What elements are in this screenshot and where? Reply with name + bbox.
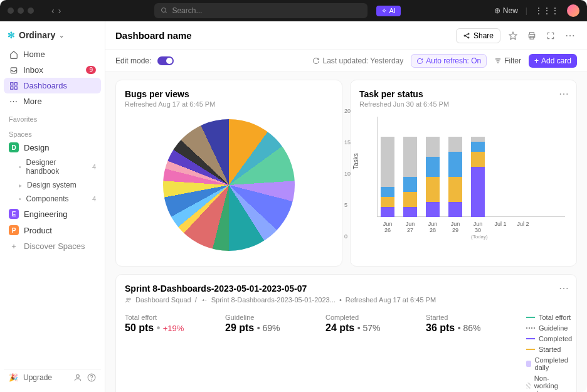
card-title: Sprint 8-Dashboards-2023-05-01-2023-05-0… (125, 283, 568, 294)
home-icon (9, 50, 18, 59)
space-badge: P (9, 225, 19, 235)
favorites-label: Favorites (4, 109, 101, 124)
last-updated: Last updated: Yesterday (312, 56, 403, 65)
inbox-icon (9, 65, 18, 75)
window-controls (8, 8, 34, 14)
inbox-badge: 9 (86, 66, 96, 74)
more-icon: ⋯ (9, 97, 18, 106)
user-icon[interactable] (73, 373, 82, 382)
edit-mode-label: Edit mode: (115, 56, 151, 65)
card-task-per-status: ⋯ Task per status Refreshed Jun 30 at 6:… (350, 80, 577, 267)
card-subtitle: Refreshed Aug 17 at 6:45 PM (125, 100, 333, 108)
svg-point-21 (127, 298, 129, 300)
plus-icon: + (534, 56, 539, 65)
forward-button[interactable]: › (58, 6, 61, 16)
svg-rect-4 (10, 87, 13, 89)
close-window[interactable] (8, 8, 14, 14)
back-button[interactable]: ‹ (51, 6, 55, 16)
sidebar-item-more[interactable]: ⋯ More (4, 93, 101, 109)
dashboard-icon (9, 81, 18, 90)
doc-icon: • (19, 196, 21, 203)
card-title: Task per status (359, 89, 568, 99)
sidebar-item-home[interactable]: Home (4, 46, 101, 62)
page-header: Dashboard name Share ⋯ (105, 21, 587, 50)
svg-point-9 (464, 35, 465, 36)
share-button[interactable]: Share (456, 28, 500, 43)
share-icon (463, 32, 470, 40)
space-badge: D (9, 142, 19, 152)
upgrade-button[interactable]: Upgrade (23, 373, 68, 382)
bar-column (448, 117, 462, 217)
toolbar: Edit mode: Last updated: Yesterday Auto … (105, 50, 587, 72)
bar-column (494, 117, 507, 217)
svg-rect-3 (14, 82, 17, 85)
space-badge: E (9, 209, 19, 219)
svg-line-13 (465, 36, 468, 37)
add-card-button[interactable]: + Add card (529, 54, 577, 68)
card-menu-icon[interactable]: ⋯ (559, 282, 569, 294)
sidebar-item-dashboards[interactable]: Dashboards (4, 78, 101, 93)
help-icon[interactable] (87, 373, 96, 382)
page-title: Dashboard name (115, 30, 192, 41)
breadcrumb: Dashboard Squad / Sprint 8-Dashboards-20… (125, 296, 568, 304)
stat-started: Started 36 pts • 86% (426, 314, 507, 392)
card-menu-icon[interactable]: ⋯ (559, 88, 569, 100)
filter-button[interactable]: Filter (494, 56, 521, 65)
sparkle-icon: ✧ (381, 7, 387, 15)
more-icon[interactable]: ⋯ (563, 28, 577, 43)
minimize-window[interactable] (18, 8, 24, 14)
workspace-switcher[interactable]: ✻ Ordinary ⌄ (4, 28, 101, 46)
apps-grid-icon[interactable]: ⋮⋮⋮ (535, 6, 559, 15)
refresh-icon (416, 58, 423, 65)
space-sub-item[interactable]: •Designer handbook4 (4, 156, 101, 178)
stat-guideline: Guideline 29 pts • 69% (225, 314, 307, 392)
upgrade-icon: 🎉 (9, 373, 18, 382)
stat-completed: Completed 24 pts • 57% (325, 314, 407, 392)
refresh-icon (312, 57, 320, 65)
search-input[interactable]: Search... (154, 3, 368, 18)
expand-icon[interactable] (544, 29, 557, 42)
topbar: ‹ › Search... ✧ AI ⊕ New | ⋮⋮⋮ (0, 0, 587, 21)
bar-column (426, 117, 440, 217)
new-button[interactable]: ⊕ New (494, 6, 518, 15)
edit-mode-toggle[interactable] (157, 56, 174, 65)
space-sub-item[interactable]: ▸Design system (4, 178, 101, 192)
avatar[interactable] (567, 4, 579, 17)
main-content: Dashboard name Share ⋯ Edit mode: Last u… (105, 21, 587, 392)
plus-icon: ⊕ (494, 6, 500, 15)
stat-total-effort: Total effort 50 pts • +19% (125, 314, 206, 392)
print-icon[interactable] (526, 29, 538, 42)
svg-point-6 (77, 374, 80, 378)
auto-refresh-button[interactable]: Auto refresh: On (411, 54, 487, 68)
space-item[interactable]: EEngineering (4, 206, 101, 222)
card-subtitle: Refreshed Jun 30 at 6:45 PM (359, 100, 568, 108)
discover-spaces[interactable]: + Discover Spaces (4, 238, 101, 254)
team-icon (125, 297, 132, 304)
maximize-window[interactable] (28, 8, 34, 14)
svg-point-10 (468, 33, 469, 34)
pie-chart (163, 119, 295, 251)
star-icon[interactable] (507, 29, 519, 42)
svg-point-0 (162, 8, 166, 13)
sprint-icon (201, 297, 208, 304)
bar-column (403, 117, 417, 217)
bar-column (471, 117, 485, 217)
card-sprint-burndown: ⋯ Sprint 8-Dashboards-2023-05-01-2023-05… (115, 274, 577, 392)
spaces-label: Spaces (4, 124, 101, 139)
space-sub-item[interactable]: •Components4 (4, 192, 101, 206)
doc-icon: • (19, 164, 21, 171)
plus-icon: + (9, 241, 19, 251)
search-icon (161, 7, 168, 14)
sidebar-item-inbox[interactable]: Inbox 9 (4, 62, 101, 78)
space-item[interactable]: DDesign (4, 139, 101, 156)
chart-legend: Total effort Guideline Completed Started… (526, 314, 572, 392)
y-axis-label: Tasks (352, 153, 359, 169)
bar-column (381, 117, 394, 217)
svg-marker-14 (509, 32, 517, 40)
svg-rect-2 (10, 82, 13, 85)
space-item[interactable]: PProduct (4, 222, 101, 238)
ai-button[interactable]: ✧ AI (376, 6, 400, 16)
svg-line-1 (166, 12, 167, 14)
chevron-down-icon: ⌄ (59, 32, 64, 39)
svg-rect-5 (14, 87, 17, 89)
